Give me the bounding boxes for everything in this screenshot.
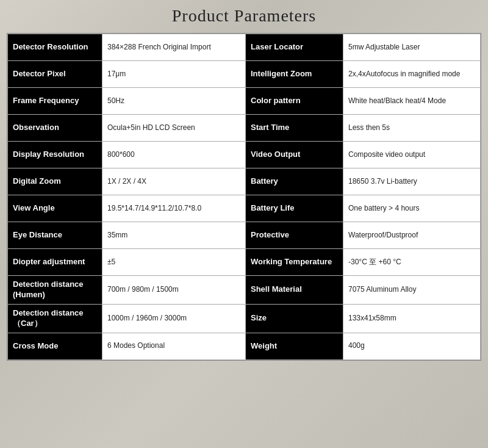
right-label-5: Battery [246, 168, 343, 195]
left-value-0: 384×288 French Original Import [102, 34, 246, 61]
table-row: Detection distance （Car）1000m / 1960m / … [8, 304, 481, 333]
left-label-9: Detection distance (Humen) [8, 276, 102, 305]
table-row: Detector Pixel17μmIntelligent Zoom2x,4xA… [8, 61, 481, 88]
left-value-1: 17μm [102, 61, 246, 88]
right-label-9: Shell Material [246, 276, 343, 305]
right-value-10: 133x41x58mm [343, 304, 481, 333]
table-row: Display Resolution800*600Video OutputCom… [8, 142, 481, 168]
right-label-4: Video Output [246, 142, 343, 168]
left-value-3: Ocula+5in HD LCD Screen [102, 115, 246, 142]
left-label-5: Digital Zoom [8, 168, 102, 195]
table-row: Cross Mode6 Modes OptionalWeight400g [8, 333, 481, 359]
right-label-3: Start Time [246, 115, 343, 142]
right-label-2: Color pattern [246, 88, 343, 115]
right-label-10: Size [246, 304, 343, 333]
right-value-0: 5mw Adjustable Laser [343, 34, 481, 61]
left-value-4: 800*600 [102, 142, 246, 168]
right-value-5: 18650 3.7v Li-battery [343, 168, 481, 195]
page-title: Product Parameters [172, 6, 317, 26]
left-label-1: Detector Pixel [8, 61, 102, 88]
right-value-11: 400g [343, 333, 481, 359]
right-value-3: Less then 5s [343, 115, 481, 142]
right-value-6: One battery > 4 hours [343, 195, 481, 222]
left-value-9: 700m / 980m / 1500m [102, 276, 246, 305]
left-label-11: Cross Mode [8, 333, 102, 359]
left-label-10: Detection distance （Car） [8, 304, 102, 333]
left-label-6: View Angle [8, 195, 102, 222]
table-row: Diopter adjustment±5Working Temperature-… [8, 249, 481, 276]
left-value-8: ±5 [102, 249, 246, 276]
table-row: Frame Frequency50HzColor patternWhite he… [8, 88, 481, 115]
table-row: ObservationOcula+5in HD LCD ScreenStart … [8, 115, 481, 142]
right-label-8: Working Temperature [246, 249, 343, 276]
right-value-8: -30°C 至 +60 °C [343, 249, 481, 276]
right-label-1: Intelligent Zoom [246, 61, 343, 88]
table-row: Detector Resolution384×288 French Origin… [8, 34, 481, 61]
left-label-0: Detector Resolution [8, 34, 102, 61]
right-value-9: 7075 Aluminum Alloy [343, 276, 481, 305]
right-label-11: Weight [246, 333, 343, 359]
left-value-11: 6 Modes Optional [102, 333, 246, 359]
left-value-7: 35mm [102, 222, 246, 249]
left-value-2: 50Hz [102, 88, 246, 115]
table-row: Detection distance (Humen)700m / 980m / … [8, 276, 481, 305]
right-label-7: Protective [246, 222, 343, 249]
table-row: Eye Distance35mmProtectiveWaterproof/Dus… [8, 222, 481, 249]
left-value-5: 1X / 2X / 4X [102, 168, 246, 195]
right-value-2: White heat/Black heat/4 Mode [343, 88, 481, 115]
left-value-6: 19.5*14.7/14.9*11.2/10.7*8.0 [102, 195, 246, 222]
right-value-1: 2x,4xAutofocus in magnified mode [343, 61, 481, 88]
right-value-4: Composite video output [343, 142, 481, 168]
left-label-3: Observation [8, 115, 102, 142]
left-label-4: Display Resolution [8, 142, 102, 168]
table-row: View Angle19.5*14.7/14.9*11.2/10.7*8.0Ba… [8, 195, 481, 222]
left-value-10: 1000m / 1960m / 3000m [102, 304, 246, 333]
parameters-table: Detector Resolution384×288 French Origin… [7, 34, 481, 360]
left-label-8: Diopter adjustment [8, 249, 102, 276]
right-label-0: Laser Locator [246, 34, 343, 61]
parameters-table-container: Detector Resolution384×288 French Origin… [7, 33, 481, 361]
table-row: Digital Zoom1X / 2X / 4XBattery18650 3.7… [8, 168, 481, 195]
left-label-2: Frame Frequency [8, 88, 102, 115]
right-label-6: Battery Life [246, 195, 343, 222]
left-label-7: Eye Distance [8, 222, 102, 249]
page-wrapper: Product Parameters Detector Resolution38… [0, 0, 488, 448]
right-value-7: Waterproof/Dustproof [343, 222, 481, 249]
